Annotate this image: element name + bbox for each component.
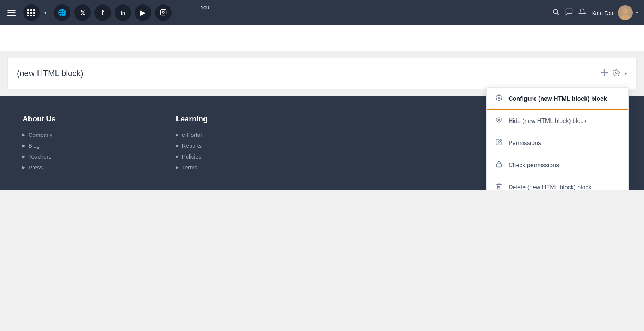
svg-rect-0 [161, 9, 166, 15]
settings-icon[interactable] [613, 69, 620, 78]
globe-icon: 🌐 [58, 9, 66, 17]
footer-policies-label: Policies [182, 153, 202, 160]
search-icon[interactable] [552, 8, 560, 18]
footer-press-label: Press [28, 164, 43, 171]
avatar [618, 5, 633, 20]
footer-col-learning: Learning ▶ e-Portal ▶ Reports ▶ Policies… [176, 115, 315, 175]
footer-arrow-reports: ▶ [176, 144, 179, 148]
nav-left: ▾ 🌐 𝕏 f in ▶ [6, 4, 172, 21]
footer-learning-title: Learning [176, 115, 315, 123]
footer-arrow-eportal: ▶ [176, 133, 179, 137]
block-dropdown-arrow[interactable]: ▾ [625, 70, 627, 76]
instagram-icon [160, 9, 167, 17]
hide-block-item[interactable]: Hide (new HTML block) block [487, 110, 628, 132]
footer-reports-label: Reports [182, 142, 202, 149]
html-block: (new HTML block) ▾ [7, 58, 637, 89]
grid-dropdown-arrow[interactable]: ▾ [44, 10, 46, 15]
footer-link-teachers[interactable]: ▶ Teachers [22, 153, 161, 160]
check-permissions-item[interactable]: Check permissions [487, 154, 628, 176]
grid-button[interactable] [23, 4, 40, 21]
footer-link-policies[interactable]: ▶ Policies [176, 153, 315, 160]
footer-link-reports[interactable]: ▶ Reports [176, 142, 315, 149]
user-dropdown-arrow[interactable]: ▾ [636, 10, 638, 15]
footer-eportal-label: e-Portal [182, 132, 202, 138]
footer-link-company[interactable]: ▶ Company [22, 132, 161, 138]
svg-point-2 [164, 10, 165, 11]
bell-icon[interactable] [578, 8, 586, 18]
twitter-icon: 𝕏 [80, 9, 85, 16]
footer-terms-label: Terms [182, 164, 197, 171]
footer-company-label: Company [28, 132, 52, 138]
hide-block-label: Hide (new HTML block) block [508, 118, 586, 124]
instagram-icon-button[interactable] [155, 4, 172, 21]
edit-icon [495, 139, 503, 147]
footer-blog-label: Blog [28, 142, 40, 149]
hamburger-button[interactable] [6, 8, 17, 18]
footer-arrow-blog: ▶ [22, 144, 25, 148]
delete-block-label: Delete (new HTML block) block [508, 184, 592, 190]
linkedin-icon-button[interactable]: in [115, 4, 131, 21]
svg-point-10 [616, 72, 617, 73]
youtube-icon: ▶ [140, 9, 146, 17]
sub-navigation-bar [0, 25, 644, 51]
footer-arrow-terms: ▶ [176, 165, 179, 169]
html-block-title: (new HTML block) [17, 69, 84, 78]
check-permissions-label: Check permissions [508, 162, 559, 169]
footer-link-terms[interactable]: ▶ Terms [176, 164, 315, 171]
permissions-item[interactable]: Permissions [487, 132, 628, 154]
footer-link-blog[interactable]: ▶ Blog [22, 142, 161, 149]
twitter-icon-button[interactable]: 𝕏 [74, 4, 91, 21]
svg-point-1 [162, 11, 164, 13]
footer-arrow-company: ▶ [22, 133, 25, 137]
footer-arrow-policies: ▶ [176, 154, 179, 159]
trash-icon [495, 183, 503, 190]
configure-block-item[interactable]: Configure (new HTML block) block [487, 88, 628, 110]
block-controls: ▾ [601, 69, 627, 78]
block-dropdown-menu: Configure (new HTML block) block Hide (n… [486, 87, 629, 190]
svg-point-11 [498, 97, 500, 99]
footer-link-eportal[interactable]: ▶ e-Portal [176, 132, 315, 138]
globe-icon-button[interactable]: 🌐 [54, 4, 70, 21]
svg-rect-13 [496, 164, 502, 167]
configure-block-label: Configure (new HTML block) block [508, 96, 607, 102]
permissions-label: Permissions [508, 140, 541, 147]
facebook-icon-button[interactable]: f [94, 4, 111, 21]
svg-line-4 [557, 13, 559, 15]
footer-col-about: About Us ▶ Company ▶ Blog ▶ Teachers ▶ P… [22, 115, 161, 175]
svg-point-6 [622, 8, 628, 14]
content-area: (new HTML block) ▾ [0, 58, 644, 190]
facebook-icon: f [102, 9, 104, 16]
footer-arrow-press: ▶ [22, 165, 25, 169]
footer-col-3 [330, 115, 468, 175]
linkedin-icon: in [121, 10, 125, 16]
delete-block-item[interactable]: Delete (new HTML block) block [487, 176, 628, 190]
top-navigation: ▾ 🌐 𝕏 f in ▶ You [0, 0, 644, 25]
svg-point-3 [554, 9, 558, 14]
nav-right: Kate Doe ▾ [552, 5, 638, 20]
footer-arrow-teachers: ▶ [22, 154, 25, 159]
chat-icon[interactable] [565, 8, 573, 18]
configure-gear-icon [495, 94, 503, 103]
svg-point-12 [498, 119, 500, 121]
user-info[interactable]: Kate Doe ▾ [591, 5, 638, 20]
move-icon[interactable] [601, 69, 608, 78]
eye-icon [495, 117, 503, 125]
lock-icon [495, 161, 503, 169]
footer-link-press[interactable]: ▶ Press [22, 164, 161, 171]
youtube-icon-button[interactable]: ▶ [135, 4, 151, 21]
user-name: Kate Doe [591, 10, 615, 16]
footer-about-title: About Us [22, 115, 161, 123]
you-label: You [200, 4, 209, 10]
footer-teachers-label: Teachers [28, 153, 51, 160]
